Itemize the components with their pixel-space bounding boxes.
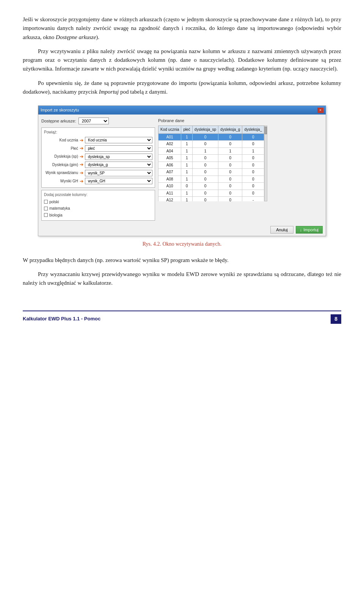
- cell-v4: 0: [242, 133, 264, 141]
- table-row[interactable]: A11 1 0 0 0: [158, 190, 264, 197]
- powiaz-select-1[interactable]: Kod ucznia: [85, 137, 152, 143]
- footer-title: Kalkulator EWD Plus 1.1 - Pomoc: [23, 315, 100, 323]
- cell-v2: 0: [192, 133, 218, 141]
- powiaz-label-3: Dysleksja (sp): [44, 154, 78, 160]
- powiaz-row-3: Dysleksja (sp) ➔ dysleksja_sp: [44, 153, 152, 160]
- cell-v1: 1: [181, 141, 192, 148]
- cell-v4: 0: [242, 141, 264, 148]
- powiaz-select-4[interactable]: dysleksja_g: [85, 162, 152, 168]
- cell-id: A04: [158, 147, 181, 155]
- cell-v3: 1: [218, 147, 242, 155]
- col-header-dsp: dysleksja_sp: [192, 126, 218, 134]
- cancel-button[interactable]: Anuluj: [270, 226, 293, 234]
- cell-v3: 0: [218, 190, 242, 197]
- col-header-kod: Kod ucznia: [158, 126, 181, 134]
- cell-v1: 1: [181, 197, 192, 202]
- scroll-thumb: [265, 127, 267, 134]
- table-row[interactable]: A05 1 0 0 0: [158, 155, 264, 162]
- footer-bar: Kalkulator EWD Plus 1.1 - Pomoc 8: [23, 311, 341, 324]
- table-wrapper: Kod ucznia płeć dysleksja_sp dysleksja_g…: [158, 126, 264, 201]
- cell-v2: 0: [192, 176, 218, 183]
- powiaz-label-1: Kod ucznia: [44, 137, 78, 143]
- powiaz-label-6: Wyniki GH: [44, 178, 78, 184]
- table-row[interactable]: A02 1 0 0 0: [158, 141, 264, 148]
- powiaz-title: Powiąż:: [44, 129, 152, 135]
- cell-v2: 0: [192, 155, 218, 162]
- checkbox-polski[interactable]: [44, 200, 48, 204]
- cell-v4: 0: [242, 190, 264, 197]
- table-row[interactable]: A07 1 0 0 0: [158, 169, 264, 176]
- powiaz-label-2: Płeć: [44, 146, 78, 152]
- cell-v1: 1: [181, 190, 192, 197]
- page-content: Jeśli w skoroszycie przygotujemy dane w …: [23, 15, 341, 324]
- dialog-close-button[interactable]: ×: [317, 108, 323, 113]
- checkbox-biologia[interactable]: [44, 213, 48, 217]
- import-button[interactable]: ↓ Importuj: [296, 226, 323, 234]
- cell-v3: 0: [218, 183, 242, 190]
- cell-v1: 1: [181, 155, 192, 162]
- cell-v4: 0: [242, 169, 264, 176]
- paragraph-5: Przy wyznaczaniu krzywej przewidywanego …: [23, 270, 341, 288]
- paragraph-3: Po upewnieniu się, że dane są poprawnie …: [23, 79, 341, 97]
- arrow-icon-1: ➔: [80, 137, 83, 144]
- cell-v1: 0: [181, 183, 192, 190]
- cell-v3: 0: [218, 155, 242, 162]
- powiaz-select-5[interactable]: wynik_SP: [85, 170, 152, 176]
- cell-v4: -: [242, 197, 264, 202]
- powiaz-select-2[interactable]: płeć: [85, 145, 152, 152]
- powiaz-section: Powiąż: Kod ucznia ➔ Kod ucznia Płeć ➔ p…: [41, 127, 155, 188]
- powiaz-row-4: Dysleksja (gim) ➔ dysleksja_g: [44, 161, 152, 168]
- cell-id: A02: [158, 141, 181, 148]
- cell-v3: 0: [218, 141, 242, 148]
- cell-v3: 0: [218, 133, 242, 141]
- cell-id: A06: [158, 162, 181, 169]
- cell-v4: 1: [242, 147, 264, 155]
- table-row[interactable]: A08 1 0 0 0: [158, 176, 264, 183]
- arrow-icon-3: ➔: [80, 153, 83, 160]
- checkbox-matematyka[interactable]: [44, 207, 48, 210]
- dialog-box: Import ze skoroszytu × Dostępne arkusze:…: [38, 105, 326, 236]
- checkbox-row-biologia: biologia: [44, 212, 152, 218]
- arrow-icon-5: ➔: [80, 169, 83, 177]
- arkusze-label: Dostępne arkusze:: [41, 118, 76, 124]
- col-header-dg: dysleksja_g: [218, 126, 242, 134]
- figure-caption: Rys. 4.2. Okno wczytywania danych.: [23, 240, 341, 248]
- cell-v1: 1: [181, 147, 192, 155]
- powiaz-select-6[interactable]: wynik_GH: [85, 178, 152, 184]
- arkusze-select[interactable]: 2007: [78, 118, 109, 124]
- table-outer: Kod ucznia płeć dysleksja_sp dysleksja_g…: [158, 126, 323, 201]
- cell-id: A07: [158, 169, 181, 176]
- cell-id: A11: [158, 190, 181, 197]
- powiaz-row-2: Płeć ➔ płeć: [44, 145, 152, 152]
- table-row[interactable]: A06 1 0 0 0: [158, 162, 264, 169]
- cell-v2: 1: [192, 147, 218, 155]
- dialog-title: Import ze skoroszytu: [41, 107, 79, 113]
- italic-importuj: Importuj: [99, 89, 119, 95]
- table-row[interactable]: A01 1 0 0 0: [158, 133, 264, 141]
- cell-v4: 0: [242, 162, 264, 169]
- table-row[interactable]: A10 0 0 0 0: [158, 183, 264, 190]
- dialog-titlebar: Import ze skoroszytu ×: [38, 106, 326, 115]
- paragraph-2: Przy wczytywaniu z pliku należy zwrócić …: [23, 47, 341, 74]
- cell-v2: 0: [192, 190, 218, 197]
- table-scrollbar[interactable]: [264, 126, 267, 201]
- import-label: Importuj: [303, 227, 318, 232]
- paragraph-1: Jeśli w skoroszycie przygotujemy dane w …: [23, 15, 341, 42]
- powiaz-row-5: Wynik sprawdzianu ➔ wynik_SP: [44, 169, 152, 177]
- cell-v3: 0: [218, 197, 242, 202]
- cell-v4: 0: [242, 155, 264, 162]
- table-row[interactable]: A04 1 1 1 1: [158, 147, 264, 155]
- cell-v2: 0: [192, 183, 218, 190]
- checkbox-label-biologia: biologia: [49, 212, 62, 218]
- col-header-plec: płeć: [181, 126, 192, 134]
- cell-v3: 0: [218, 162, 242, 169]
- dialog-right-panel: Pobrane dane Kod ucznia płeć dysleksja_s…: [158, 118, 323, 221]
- powiaz-label-4: Dysleksja (gim): [44, 162, 78, 168]
- checkbox-label-matematyka: matematyka: [49, 206, 70, 212]
- data-table: Kod ucznia płeć dysleksja_sp dysleksja_g…: [158, 126, 264, 201]
- dialog-left-panel: Dostępne arkusze: 2007 Powiąż: Kod uczni…: [41, 118, 155, 221]
- table-row[interactable]: A12 1 0 0 -: [158, 197, 264, 202]
- dialog-body: Dostępne arkusze: 2007 Powiąż: Kod uczni…: [38, 115, 326, 224]
- checkbox-label-polski: polski: [49, 199, 59, 205]
- powiaz-select-3[interactable]: dysleksja_sp: [85, 154, 152, 160]
